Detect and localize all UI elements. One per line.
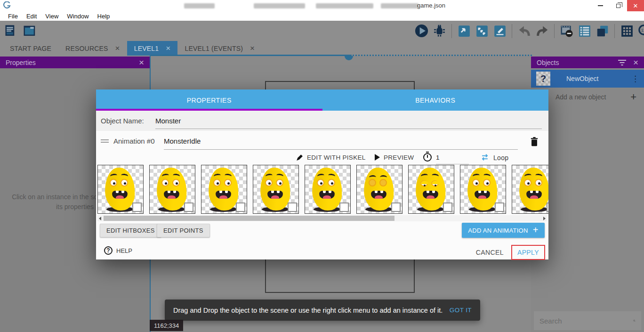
toolbar-separator bbox=[512, 24, 512, 38]
preview-button[interactable]: PREVIEW bbox=[384, 154, 414, 161]
tab-behaviors[interactable]: BEHAVIORS bbox=[322, 89, 549, 111]
loop-toggle[interactable]: Loop bbox=[493, 154, 508, 162]
instances-list-icon[interactable] bbox=[577, 24, 592, 38]
drag-handle-icon[interactable] bbox=[101, 139, 109, 144]
object-name-row: Object Name: Monster bbox=[96, 111, 548, 131]
tab-start-page[interactable]: START PAGE bbox=[3, 41, 58, 56]
start-page-icon[interactable] bbox=[22, 24, 37, 38]
add-animation-label: ADD AN ANIMATION bbox=[468, 227, 528, 234]
frame-checkbox[interactable] bbox=[236, 202, 245, 212]
object-list-item-newobject[interactable]: ? NewObject ⋮ bbox=[531, 70, 644, 88]
animation-frame-0[interactable] bbox=[97, 165, 144, 214]
project-manager-icon[interactable] bbox=[4, 24, 18, 38]
export-page-icon[interactable] bbox=[457, 24, 471, 38]
grid-icon[interactable] bbox=[620, 24, 634, 38]
monster-tooth bbox=[375, 191, 378, 193]
redo-icon[interactable] bbox=[535, 24, 549, 38]
help-label: HELP bbox=[116, 247, 132, 254]
edit-points-button[interactable]: EDIT POINTS bbox=[157, 224, 210, 237]
tab-close-icon[interactable]: × bbox=[250, 44, 255, 53]
minimize-button[interactable] bbox=[591, 0, 609, 11]
monster-body bbox=[518, 167, 548, 211]
scroll-right-icon[interactable] bbox=[543, 217, 546, 220]
gdevelop-logo-icon bbox=[3, 1, 11, 9]
close-button[interactable]: ✕ bbox=[627, 0, 644, 11]
menu-item-help[interactable]: Help bbox=[93, 13, 114, 20]
animation-frame-4[interactable] bbox=[305, 165, 351, 214]
frame-checkbox[interactable] bbox=[132, 202, 142, 212]
undo-icon[interactable] bbox=[517, 24, 531, 38]
animation-frame-3[interactable] bbox=[253, 165, 299, 214]
frame-checkbox[interactable] bbox=[339, 202, 349, 212]
loop-icon bbox=[480, 153, 490, 162]
object-menu-kebab-icon[interactable]: ⋮ bbox=[631, 74, 639, 84]
scene-ruler-handle[interactable] bbox=[345, 56, 353, 60]
menu-item-view[interactable]: View bbox=[41, 13, 63, 20]
monster-eye bbox=[483, 179, 491, 186]
tab-close-icon[interactable]: × bbox=[115, 44, 120, 53]
frame-checkbox[interactable] bbox=[288, 202, 297, 212]
zoom-one-to-one-icon[interactable]: 1:1 bbox=[637, 24, 644, 38]
menu-item-edit[interactable]: Edit bbox=[22, 13, 41, 20]
preview-play-icon[interactable] bbox=[414, 24, 429, 38]
frame-checkbox[interactable] bbox=[495, 202, 504, 212]
edit-page-icon[interactable] bbox=[492, 24, 507, 38]
frame-checkbox[interactable] bbox=[391, 202, 401, 212]
frame-checkbox[interactable] bbox=[443, 202, 452, 212]
frames-scrollbar[interactable] bbox=[97, 215, 547, 221]
monster-tongue bbox=[530, 195, 538, 199]
object-layers-icon[interactable] bbox=[595, 24, 610, 38]
redacted-title-segment bbox=[184, 3, 215, 8]
scrollbar-thumb[interactable] bbox=[104, 216, 394, 221]
monster-mouth bbox=[319, 191, 335, 199]
monster-eye bbox=[524, 179, 531, 186]
add-animation-button[interactable]: ADD AN ANIMATION + bbox=[462, 223, 545, 238]
object-search-box bbox=[534, 311, 641, 330]
menu-item-window[interactable]: Window bbox=[63, 13, 93, 20]
animation-frame-8[interactable] bbox=[512, 165, 548, 214]
import-page-icon[interactable] bbox=[475, 24, 489, 38]
edit-with-piskel-button[interactable]: EDIT WITH PISKEL bbox=[307, 154, 366, 161]
tab-resources[interactable]: RESOURCES× bbox=[58, 41, 127, 56]
redacted-title-segment bbox=[316, 3, 373, 8]
restore-button[interactable] bbox=[609, 0, 627, 11]
apply-button[interactable]: APPLY bbox=[517, 249, 539, 256]
animation-frame-6[interactable] bbox=[408, 165, 454, 214]
filter-icon[interactable] bbox=[618, 59, 627, 66]
monster-eye bbox=[472, 179, 480, 186]
animation-name-input[interactable]: MonsterIdle bbox=[164, 137, 518, 150]
animation-frame-1[interactable] bbox=[149, 165, 195, 214]
time-between-frames-input[interactable]: 1 bbox=[436, 154, 469, 164]
frame-checkbox[interactable] bbox=[547, 202, 548, 212]
animation-frame-5[interactable] bbox=[356, 165, 402, 214]
cancel-button[interactable]: CANCEL bbox=[476, 249, 504, 256]
debug-icon[interactable] bbox=[432, 24, 447, 38]
menu-bar: FileEditViewWindowHelp bbox=[0, 11, 644, 21]
frame-checkbox[interactable] bbox=[184, 202, 193, 212]
object-search-input[interactable] bbox=[539, 317, 633, 325]
scroll-left-icon[interactable] bbox=[99, 217, 101, 220]
tab-level1[interactable]: LEVEL1× bbox=[127, 41, 178, 56]
toolbar: 1:1 bbox=[0, 21, 644, 41]
monster-pupil bbox=[217, 182, 219, 185]
menu-item-file[interactable]: File bbox=[4, 13, 22, 20]
monster-tongue bbox=[375, 195, 383, 199]
animation-frame-7[interactable] bbox=[460, 165, 506, 214]
tab-level1-events[interactable]: LEVEL1 (EVENTS)× bbox=[177, 41, 262, 56]
add-object-plus-icon[interactable]: + bbox=[630, 91, 636, 103]
tab-label: LEVEL1 bbox=[134, 45, 159, 52]
help-button[interactable]: ? HELP bbox=[104, 246, 132, 255]
time-between-frames-icon bbox=[423, 153, 432, 162]
minimize-icon bbox=[598, 5, 603, 6]
tab-close-icon[interactable]: × bbox=[166, 44, 170, 53]
remove-instances-icon[interactable] bbox=[559, 24, 574, 38]
close-panel-icon[interactable]: × bbox=[139, 58, 144, 67]
monster-pupil bbox=[165, 182, 167, 185]
object-name-input[interactable]: Monster bbox=[155, 117, 542, 129]
edit-hitboxes-button[interactable]: EDIT HITBOXES bbox=[100, 224, 161, 237]
delete-animation-button[interactable] bbox=[529, 136, 540, 148]
tab-properties[interactable]: PROPERTIES bbox=[96, 89, 322, 111]
animation-frame-2[interactable] bbox=[201, 165, 247, 214]
close-panel-icon[interactable]: × bbox=[633, 58, 638, 67]
got-it-button[interactable]: GOT IT bbox=[450, 307, 472, 314]
